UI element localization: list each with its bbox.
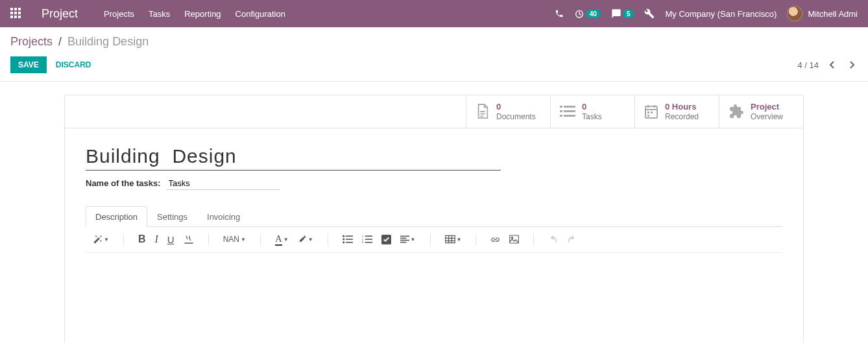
tasks-name-input[interactable]: [166, 177, 280, 190]
highlight-icon[interactable]: ▼: [298, 235, 313, 244]
stat-tasks-label: Tasks: [582, 112, 602, 121]
user-name: Mitchell Admi: [808, 9, 858, 19]
magic-icon[interactable]: ▼: [93, 235, 109, 244]
apps-icon[interactable]: [10, 8, 22, 19]
project-name-input[interactable]: [86, 144, 501, 171]
svg-text:3: 3: [362, 241, 364, 244]
description-editor[interactable]: [86, 253, 782, 343]
list-icon: [560, 104, 575, 119]
nav-reporting[interactable]: Reporting: [184, 9, 221, 19]
nav-projects[interactable]: Projects: [104, 9, 134, 19]
svg-rect-5: [560, 115, 562, 117]
svg-rect-20: [365, 239, 372, 241]
stat-documents[interactable]: 0 Documents: [466, 95, 550, 128]
document-icon: [476, 103, 490, 120]
svg-rect-6: [564, 115, 575, 117]
discard-button[interactable]: DISCARD: [56, 60, 91, 69]
stat-tasks-value: 0: [582, 102, 602, 112]
pager-next[interactable]: [846, 59, 858, 71]
stat-overview-value: Project: [751, 102, 783, 112]
checklist-icon[interactable]: [381, 235, 391, 244]
timer-icon[interactable]: 40: [574, 8, 601, 19]
table-icon[interactable]: ▼: [445, 235, 462, 244]
svg-rect-3: [560, 110, 562, 112]
stat-tasks[interactable]: 0 Tasks: [550, 95, 634, 128]
tools-icon[interactable]: [644, 8, 655, 19]
tab-description[interactable]: Description: [86, 206, 147, 227]
stat-hours-value: 0 Hours: [665, 102, 699, 112]
svg-rect-14: [345, 239, 352, 241]
bold-icon[interactable]: B: [138, 233, 146, 245]
undo-icon[interactable]: [548, 235, 558, 244]
sheet-body: Name of the tasks: Description Settings …: [65, 128, 803, 343]
calendar-icon: [644, 104, 658, 119]
breadcrumb-row: Projects / Building Design: [0, 27, 868, 53]
svg-rect-2: [564, 106, 575, 108]
svg-rect-12: [345, 236, 352, 237]
redo-icon[interactable]: [567, 235, 577, 244]
svg-point-11: [343, 235, 344, 237]
svg-rect-9: [651, 112, 653, 113]
svg-rect-25: [400, 238, 406, 239]
pager-text: 4 / 14: [797, 60, 819, 70]
clear-format-icon[interactable]: [184, 235, 194, 244]
svg-rect-29: [510, 235, 519, 243]
puzzle-icon: [729, 104, 744, 119]
user-menu[interactable]: Mitchell Admi: [787, 6, 858, 21]
chat-icon[interactable]: 5: [611, 8, 634, 19]
link-icon[interactable]: [490, 235, 500, 244]
underline-icon[interactable]: U: [167, 234, 175, 245]
navbar-right: 40 5 My Company (San Francisco) Mitchell…: [555, 6, 858, 21]
form-sheet: 0 Documents 0 Tasks 0 Hours Recorded: [64, 95, 804, 343]
svg-rect-18: [365, 236, 372, 237]
tab-invoicing[interactable]: Invoicing: [197, 206, 250, 227]
svg-rect-10: [647, 115, 649, 117]
editor-toolbar: ▼ B I U NAN▼ A▼: [86, 227, 782, 253]
stat-overview-label: Overview: [751, 112, 783, 121]
stat-documents-value: 0: [496, 102, 536, 112]
pager-prev[interactable]: [826, 59, 838, 71]
svg-rect-28: [445, 236, 454, 243]
stat-buttons: 0 Documents 0 Tasks 0 Hours Recorded: [65, 95, 803, 128]
form-tabs: Description Settings Invoicing: [86, 206, 782, 227]
app-brand[interactable]: Project: [42, 7, 78, 21]
svg-point-13: [343, 239, 344, 241]
svg-rect-1: [560, 106, 562, 108]
stat-overview[interactable]: Project Overview: [719, 95, 803, 128]
image-icon[interactable]: [509, 235, 519, 244]
font-size-select[interactable]: NAN▼: [223, 235, 246, 244]
svg-rect-26: [400, 240, 409, 241]
svg-rect-27: [400, 242, 406, 243]
svg-point-30: [512, 237, 513, 239]
breadcrumb-current: Building Design: [67, 35, 149, 48]
chat-badge: 5: [623, 10, 634, 18]
svg-rect-24: [400, 236, 409, 237]
avatar-icon: [787, 6, 802, 21]
actions-row: SAVE DISCARD 4 / 14: [0, 53, 868, 82]
nav-configuration[interactable]: Configuration: [235, 9, 285, 19]
stat-documents-label: Documents: [496, 112, 536, 121]
phone-icon[interactable]: [555, 9, 564, 18]
tab-settings[interactable]: Settings: [147, 206, 197, 227]
font-color-icon[interactable]: A▼: [275, 233, 289, 246]
save-button[interactable]: SAVE: [10, 56, 47, 73]
number-list-icon[interactable]: 123: [362, 235, 372, 244]
breadcrumb: Projects / Building Design: [10, 35, 858, 49]
timer-badge: 40: [586, 10, 601, 18]
pager: 4 / 14: [797, 59, 858, 71]
breadcrumb-root[interactable]: Projects: [10, 35, 53, 48]
company-selector[interactable]: My Company (San Francisco): [665, 9, 777, 19]
nav-tasks[interactable]: Tasks: [149, 9, 170, 19]
stat-hours-label: Recorded: [665, 112, 699, 121]
svg-rect-4: [564, 110, 575, 112]
nav-menu: Projects Tasks Reporting Configuration: [104, 9, 285, 19]
stat-hours[interactable]: 0 Hours Recorded: [634, 95, 719, 128]
svg-point-15: [343, 242, 344, 244]
italic-icon[interactable]: I: [154, 233, 158, 245]
align-icon[interactable]: ▼: [400, 235, 416, 243]
tasks-name-label: Name of the tasks:: [86, 178, 161, 188]
tasks-name-row: Name of the tasks:: [86, 177, 782, 190]
top-navbar: Project Projects Tasks Reporting Configu…: [0, 0, 868, 27]
svg-rect-8: [647, 112, 649, 113]
bullet-list-icon[interactable]: [343, 235, 353, 244]
